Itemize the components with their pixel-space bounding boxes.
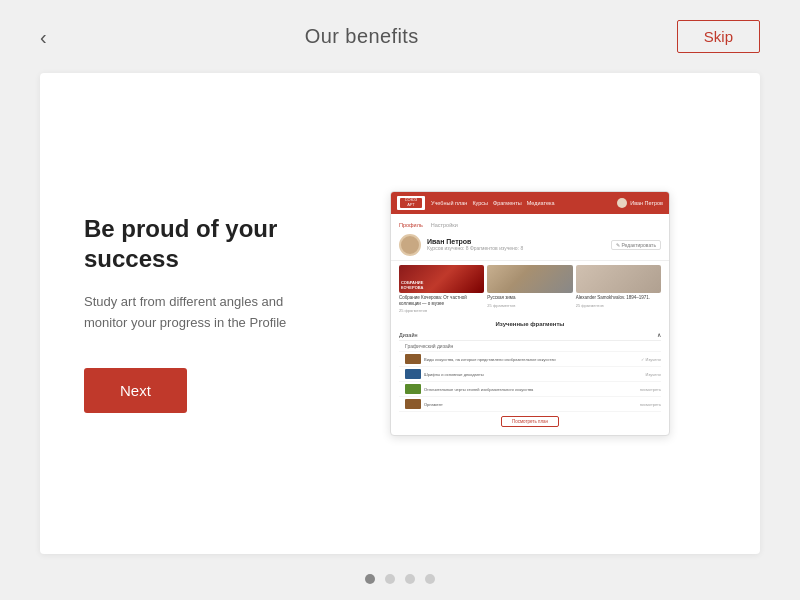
mock-nav-avatar xyxy=(617,198,627,208)
mock-user-info: Иван Петров Курсов изучено: 8 Фрагментов… xyxy=(427,238,605,251)
card-description: Study art from different angles and moni… xyxy=(84,292,304,334)
next-button[interactable]: Next xyxy=(84,368,187,413)
mock-nav: СОЮЗАРТ Учебный план Курсы Фрагменты Мед… xyxy=(391,192,669,214)
top-bar: ‹ Our benefits Skip xyxy=(0,0,800,73)
card-left: Be proud of your success Study art from … xyxy=(84,214,304,413)
mock-user-name: Иван Петров xyxy=(427,238,605,245)
mock-studied-title: Изученные фрагменты xyxy=(399,321,661,327)
mock-studied: Изученные фрагменты Дизайн ∧ Графический… xyxy=(391,317,669,435)
dot-1[interactable] xyxy=(365,574,375,584)
mock-lesson-row-4: Орнамент посмотреть xyxy=(399,397,661,412)
mock-avatar xyxy=(399,234,421,256)
mock-screen: СОЮЗАРТ Учебный план Курсы Фрагменты Мед… xyxy=(390,191,670,437)
dots-row xyxy=(0,554,800,600)
mock-profile: Профиль Настройки Иван Петров Курсов изу… xyxy=(391,214,669,261)
mock-tabs: Профиль Настройки xyxy=(399,222,661,228)
mock-card-img-portrait xyxy=(576,265,661,293)
dot-2[interactable] xyxy=(385,574,395,584)
mock-cards-row: СОБРАНИЕКОЧЕРОВА Собрание Кочерова: От ч… xyxy=(391,261,669,318)
card-right: СОЮЗАРТ Учебный план Курсы Фрагменты Мед… xyxy=(344,191,716,437)
skip-button[interactable]: Skip xyxy=(677,20,760,53)
mock-show-more: Посмотреть план xyxy=(399,412,661,431)
mock-card-item-2: Русская зима 25 фрагментов xyxy=(487,265,572,314)
mock-card-img-red: СОБРАНИЕКОЧЕРОВА xyxy=(399,265,484,293)
page-title: Our benefits xyxy=(305,25,419,48)
mock-lesson-thumb-2 xyxy=(405,369,421,379)
mock-lesson-row-3: Отличительные черты стилей изобразительн… xyxy=(399,382,661,397)
mock-user-row: Иван Петров Курсов изучено: 8 Фрагментов… xyxy=(399,234,661,256)
back-button[interactable]: ‹ xyxy=(40,27,47,47)
dot-3[interactable] xyxy=(405,574,415,584)
mock-lesson-thumb-1 xyxy=(405,354,421,364)
mock-lesson-thumb-4 xyxy=(405,399,421,409)
mock-logo: СОЮЗАРТ xyxy=(397,196,425,210)
mock-user-sub: Курсов изучено: 8 Фрагментов изучено: 8 xyxy=(427,245,605,251)
mock-nav-user: Иван Петров xyxy=(617,198,663,208)
mock-category: Дизайн ∧ xyxy=(399,330,661,341)
main-card: Be proud of your success Study art from … xyxy=(40,73,760,554)
mock-card-img-winter xyxy=(487,265,572,293)
card-heading: Be proud of your success xyxy=(84,214,304,274)
mock-show-more-btn: Посмотреть план xyxy=(501,416,559,427)
mock-card-item: СОБРАНИЕКОЧЕРОВА Собрание Кочерова: От ч… xyxy=(399,265,484,314)
mock-card-item-3: Alexander Samokhvalov. 1894–1971. 25 фра… xyxy=(576,265,661,314)
mock-edit-btn: ✎ Редактировать xyxy=(611,240,661,250)
mock-nav-links: Учебный план Курсы Фрагменты Медиатека xyxy=(431,200,611,206)
mock-logo-text: СОЮЗАРТ xyxy=(400,198,422,208)
dot-4[interactable] xyxy=(425,574,435,584)
mock-lesson-thumb-3 xyxy=(405,384,421,394)
mock-lesson-row-2: Шрифты и основные декоданты Изучено xyxy=(399,367,661,382)
mock-lesson-row: Виды искусства, на которые представлено … xyxy=(399,352,661,367)
mock-subcategory: Графический дизайн xyxy=(399,341,661,352)
